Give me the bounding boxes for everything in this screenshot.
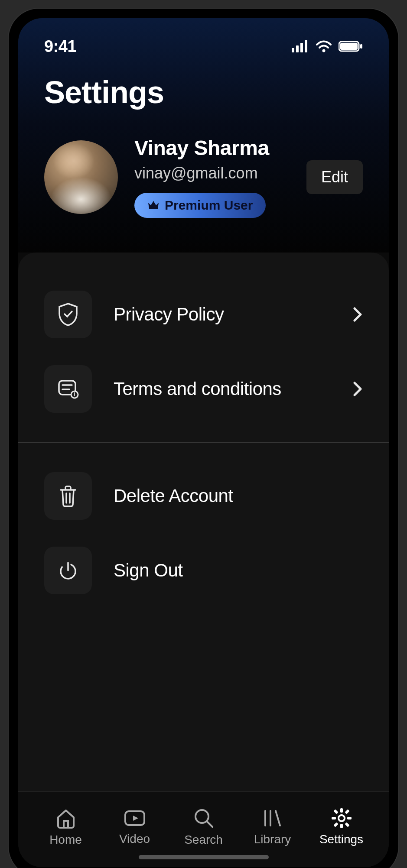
profile-info: Vinay Sharma vinay@gmail.com Premium Use…: [134, 136, 290, 218]
premium-badge: Premium User: [134, 193, 266, 218]
header-area: 9:41 Settings Vinay Sharma vinay@gmail.c…: [18, 18, 389, 253]
svg-line-20: [276, 811, 280, 826]
library-icon: [261, 807, 284, 829]
legal-section: Privacy Policy i Terms and conditions: [18, 283, 389, 421]
svg-rect-3: [305, 40, 307, 52]
chevron-right-icon: [352, 306, 363, 323]
nav-video-label: Video: [119, 832, 150, 846]
nav-settings-label: Settings: [319, 832, 363, 846]
sign-out-row[interactable]: Sign Out: [44, 539, 363, 602]
svg-rect-25: [333, 809, 338, 814]
video-icon: [123, 808, 147, 829]
nav-home-label: Home: [49, 833, 82, 847]
svg-rect-0: [292, 48, 294, 52]
svg-rect-24: [347, 817, 352, 819]
profile-email: vinay@gmail.com: [134, 164, 290, 182]
power-icon: [44, 547, 92, 594]
search-icon: [192, 807, 215, 829]
svg-rect-21: [340, 808, 343, 813]
status-bar: 9:41: [44, 36, 363, 57]
nav-search[interactable]: Search: [171, 807, 236, 847]
page-title: Settings: [44, 74, 363, 110]
trash-icon: [44, 472, 92, 520]
shield-icon: [44, 291, 92, 338]
sign-out-label: Sign Out: [114, 560, 363, 581]
svg-rect-1: [296, 45, 299, 52]
svg-rect-28: [333, 822, 338, 827]
nav-video[interactable]: Video: [102, 808, 167, 846]
nav-search-label: Search: [184, 833, 223, 847]
crown-icon: [147, 200, 160, 211]
device-frame: 9:41 Settings Vinay Sharma vinay@gmail.c…: [9, 9, 398, 868]
document-icon: i: [44, 365, 92, 413]
gear-icon: [331, 807, 352, 829]
privacy-policy-label: Privacy Policy: [114, 304, 331, 325]
svg-point-4: [322, 49, 326, 52]
svg-rect-6: [340, 43, 358, 50]
svg-rect-2: [300, 43, 303, 52]
delete-account-label: Delete Account: [114, 486, 363, 506]
svg-point-16: [195, 810, 208, 823]
home-indicator[interactable]: [139, 855, 269, 859]
account-section: Delete Account Sign Out: [18, 464, 389, 602]
nav-home[interactable]: Home: [33, 807, 98, 847]
content-panel: Privacy Policy i Terms and conditions: [18, 253, 389, 867]
svg-line-17: [207, 822, 212, 827]
nav-library[interactable]: Library: [240, 807, 305, 846]
battery-icon: [339, 40, 363, 52]
cellular-icon: [292, 40, 309, 52]
profile-row: Vinay Sharma vinay@gmail.com Premium Use…: [44, 136, 363, 218]
status-indicators: [292, 40, 363, 52]
svg-rect-26: [345, 822, 349, 827]
privacy-policy-row[interactable]: Privacy Policy: [44, 283, 363, 346]
premium-badge-label: Premium User: [165, 198, 253, 213]
terms-label: Terms and conditions: [114, 379, 331, 399]
section-divider: [18, 442, 389, 443]
chevron-right-icon: [352, 381, 363, 397]
svg-rect-23: [332, 817, 336, 819]
status-time: 9:41: [44, 37, 76, 56]
avatar[interactable]: [44, 140, 118, 214]
home-icon: [55, 807, 77, 829]
delete-account-row[interactable]: Delete Account: [44, 464, 363, 528]
terms-row[interactable]: i Terms and conditions: [44, 357, 363, 421]
svg-text:i: i: [74, 392, 75, 398]
svg-rect-22: [340, 824, 343, 828]
nav-settings[interactable]: Settings: [309, 807, 374, 846]
profile-name: Vinay Sharma: [134, 136, 290, 160]
svg-rect-27: [345, 809, 349, 814]
nav-library-label: Library: [254, 832, 291, 846]
screen: 9:41 Settings Vinay Sharma vinay@gmail.c…: [18, 18, 389, 867]
svg-rect-7: [360, 44, 362, 49]
wifi-icon: [315, 40, 332, 52]
edit-button[interactable]: Edit: [306, 160, 363, 194]
